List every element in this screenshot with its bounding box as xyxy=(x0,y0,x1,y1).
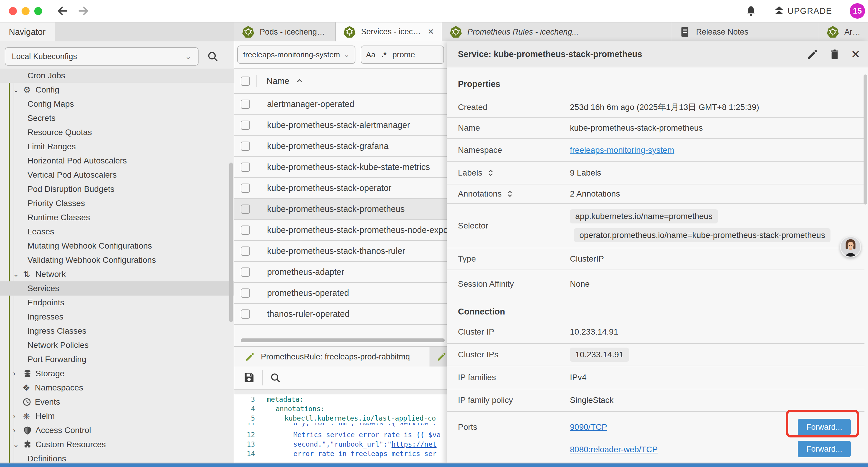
table-row[interactable]: kube-prometheus-stack-operator xyxy=(234,178,447,199)
sidebar-item-validating-webhook-configurations[interactable]: Validating Webhook Configurations xyxy=(0,253,234,267)
sidebar-item-priority-classes[interactable]: Priority Classes xyxy=(0,196,234,210)
tab-prometheus-rules[interactable]: Prometheus Rules - icecheng... xyxy=(442,23,671,41)
sidebar-item-config-maps[interactable]: Config Maps xyxy=(0,97,234,111)
editor-tab-prometheusrule[interactable]: PrometheusRule: freeleaps-prod-rabbitmq xyxy=(234,347,430,367)
editor-search-icon[interactable] xyxy=(270,372,281,383)
traffic-light-zoom[interactable] xyxy=(34,7,42,15)
code-line: Metrics service error rate is {{ $va xyxy=(293,431,441,439)
sidebar-item-leases[interactable]: Leases xyxy=(0,225,234,239)
table-row[interactable]: prometheus-adapter xyxy=(234,262,447,283)
yaml-editor[interactable]: 3metadata: 4annotations: 5kubectl.kubern… xyxy=(234,395,447,465)
chevron-down-icon: ⌄ xyxy=(13,440,23,449)
row-checkbox[interactable] xyxy=(241,267,250,276)
close-tab-icon[interactable]: ✕ xyxy=(428,27,434,36)
sidebar-group-helm[interactable]: › ⎈ Helm xyxy=(0,409,234,423)
sidebar-scrollbar[interactable] xyxy=(229,163,233,322)
sidebar-item-namespaces[interactable]: ❖ Namespaces xyxy=(0,381,234,395)
sidebar-item-services[interactable]: Services xyxy=(0,282,234,296)
navigator-panel-tab[interactable]: Navigator xyxy=(0,23,55,41)
code-line: metadata: xyxy=(267,396,304,403)
sidebar-item-runtime-classes[interactable]: Runtime Classes xyxy=(0,210,234,225)
sidebar-group-config[interactable]: ⌄ ⚙ Config xyxy=(0,83,234,97)
code-link[interactable]: https://net xyxy=(392,440,436,448)
namespace-link[interactable]: freeleaps-monitoring-system xyxy=(570,145,674,155)
avatar-image xyxy=(841,237,860,257)
row-checkbox[interactable] xyxy=(241,226,250,235)
sidebar-item-pod-disruption-budgets[interactable]: Pod Disruption Budgets xyxy=(0,182,234,196)
row-checkbox[interactable] xyxy=(241,99,250,109)
forward-arrow-icon[interactable] xyxy=(77,4,90,18)
table-row[interactable]: alertmanager-operated xyxy=(234,94,447,115)
row-checkbox[interactable] xyxy=(241,121,250,130)
filter-input[interactable]: Aa .* prome xyxy=(361,46,444,64)
forward-port-8080-button[interactable]: Forward... xyxy=(798,441,851,457)
kubeconfig-selector[interactable]: Local Kubeconfigs ⌄ xyxy=(5,47,198,66)
regex-toggle[interactable]: .* xyxy=(381,50,386,59)
details-scrollbar[interactable] xyxy=(864,75,867,205)
tab-argo[interactable]: Argo Se xyxy=(819,23,868,41)
table-row[interactable]: kube-prometheus-stack-grafana xyxy=(234,136,447,157)
back-arrow-icon[interactable] xyxy=(56,4,69,18)
assistant-avatar[interactable] xyxy=(840,236,861,258)
sidebar-group-custom-resources[interactable]: ⌄ Custom Resources xyxy=(0,437,234,451)
sidebar-item-secrets[interactable]: Secrets xyxy=(0,111,234,125)
traffic-light-close[interactable] xyxy=(9,7,17,15)
row-checkbox[interactable] xyxy=(241,205,250,214)
row-checkbox[interactable] xyxy=(241,289,250,298)
table-row[interactable]: prometheus-operated xyxy=(234,283,447,304)
notification-count-badge[interactable]: 15 xyxy=(850,3,865,19)
tab-pods[interactable]: Pods - icecheng@mathmas... xyxy=(234,23,336,41)
sidebar-item-ingress-classes[interactable]: Ingress Classes xyxy=(0,324,234,338)
tab-services[interactable]: Services - icecheng@math... ✕ xyxy=(336,23,442,41)
tab-release-notes[interactable]: Release Notes xyxy=(671,23,819,41)
select-all-checkbox[interactable] xyxy=(241,77,250,86)
expand-annotations-icon[interactable] xyxy=(506,190,514,198)
table-row-selected[interactable]: kube-prometheus-stack-prometheus xyxy=(234,199,447,220)
row-checkbox[interactable] xyxy=(241,163,250,172)
sidebar-group-access-control[interactable]: › Access Control xyxy=(0,423,234,437)
sidebar-item-mutating-webhook-configurations[interactable]: Mutating Webhook Configurations xyxy=(0,239,234,253)
sidebar-item-ingresses[interactable]: Ingresses xyxy=(0,310,234,324)
upgrade-button[interactable]: UPGRADE xyxy=(773,5,832,17)
row-checkbox[interactable] xyxy=(241,246,250,256)
sidebar-item-limit-ranges[interactable]: Limit Ranges xyxy=(0,140,234,154)
table-row[interactable]: thanos-ruler-operated xyxy=(234,304,447,325)
delete-trash-icon[interactable] xyxy=(829,49,840,60)
sidebar-item-events[interactable]: Events xyxy=(0,395,234,409)
sidebar-group-storage[interactable]: › Storage xyxy=(0,367,234,381)
sidebar-item-resource-quotas[interactable]: Resource Quotas xyxy=(0,125,234,140)
close-panel-icon[interactable]: ✕ xyxy=(851,48,860,61)
table-row[interactable]: kube-prometheus-stack-kube-state-metrics xyxy=(234,157,447,178)
editor-tab-partial[interactable] xyxy=(430,347,447,367)
port-8080-link[interactable]: 8080:reloader-web/TCP xyxy=(570,445,658,454)
sidebar-search-icon[interactable] xyxy=(207,51,219,62)
match-case-toggle[interactable]: Aa xyxy=(366,50,375,59)
name-column-header[interactable]: Name xyxy=(267,76,289,86)
table-row[interactable]: kube-prometheus-stack-alertmanager xyxy=(234,115,447,136)
namespace-selector[interactable]: freeleaps-monitoring-system ⌄ xyxy=(237,46,355,64)
save-icon[interactable] xyxy=(243,372,255,384)
navigator-tab-label: Navigator xyxy=(9,27,45,37)
table-row[interactable]: kube-prometheus-stack-prometheus-node-ex… xyxy=(234,220,447,241)
sidebar-item-network-policies[interactable]: Network Policies xyxy=(0,338,234,352)
row-checkbox[interactable] xyxy=(241,142,250,151)
notifications-bell-icon[interactable] xyxy=(745,5,757,17)
horizontal-scrollbar[interactable] xyxy=(241,339,445,342)
sidebar-item-vertical-pod-autoscalers[interactable]: Vertical Pod Autoscalers xyxy=(0,168,234,182)
traffic-light-minimize[interactable] xyxy=(22,7,30,15)
port-9090-link[interactable]: 9090/TCP xyxy=(570,422,658,432)
services-table: alertmanager-operated kube-prometheus-st… xyxy=(234,94,447,325)
sort-ascending-icon[interactable] xyxy=(295,77,304,85)
sidebar-group-network[interactable]: ⌄ ⇅ Network xyxy=(0,267,234,282)
row-checkbox[interactable] xyxy=(241,183,250,193)
sidebar-item-port-forwarding[interactable]: Port Forwarding xyxy=(0,352,234,367)
sidebar-item-endpoints[interactable]: Endpoints xyxy=(0,296,234,310)
row-checkbox[interactable] xyxy=(241,310,250,319)
app-window: UPGRADE 15 Navigator Pods - icecheng@mat… xyxy=(0,0,868,467)
selector-row: Selector app.kubernetes.io/name=promethe… xyxy=(447,204,864,248)
table-row[interactable]: kube-prometheus-stack-thanos-ruler xyxy=(234,241,447,262)
sidebar-item-cron-jobs[interactable]: Cron Jobs xyxy=(0,68,234,83)
expand-labels-icon[interactable] xyxy=(487,169,495,177)
sidebar-item-horizontal-pod-autoscalers[interactable]: Horizontal Pod Autoscalers xyxy=(0,154,234,168)
edit-pencil-icon[interactable] xyxy=(807,49,818,60)
